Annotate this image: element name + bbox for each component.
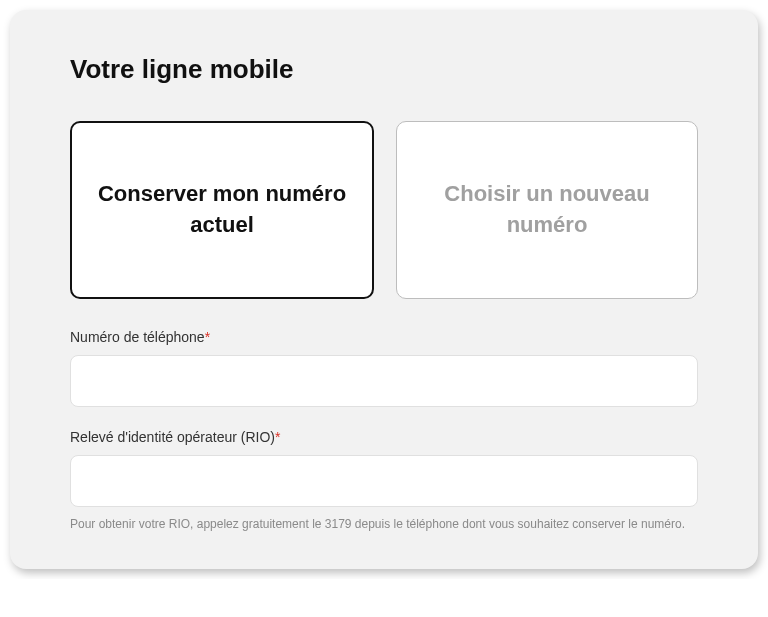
number-options: Conserver mon numéro actuel Choisir un n… [70,121,698,299]
phone-label-text: Numéro de téléphone [70,329,205,345]
phone-label: Numéro de téléphone* [70,329,698,345]
rio-label-text: Relevé d'identité opérateur (RIO) [70,429,275,445]
option-keep-number-label: Conserver mon numéro actuel [92,179,352,241]
option-new-number-label: Choisir un nouveau numéro [417,179,677,241]
rio-help-text: Pour obtenir votre RIO, appelez gratuite… [70,515,698,533]
rio-field-group: Relevé d'identité opérateur (RIO)* Pour … [70,429,698,533]
phone-input[interactable] [70,355,698,407]
page-title: Votre ligne mobile [70,54,698,85]
option-keep-number[interactable]: Conserver mon numéro actuel [70,121,374,299]
phone-required-marker: * [205,329,210,345]
option-new-number[interactable]: Choisir un nouveau numéro [396,121,698,299]
rio-input[interactable] [70,455,698,507]
mobile-line-card: Votre ligne mobile Conserver mon numéro … [10,10,758,569]
rio-required-marker: * [275,429,280,445]
rio-label: Relevé d'identité opérateur (RIO)* [70,429,698,445]
phone-field-group: Numéro de téléphone* [70,329,698,407]
